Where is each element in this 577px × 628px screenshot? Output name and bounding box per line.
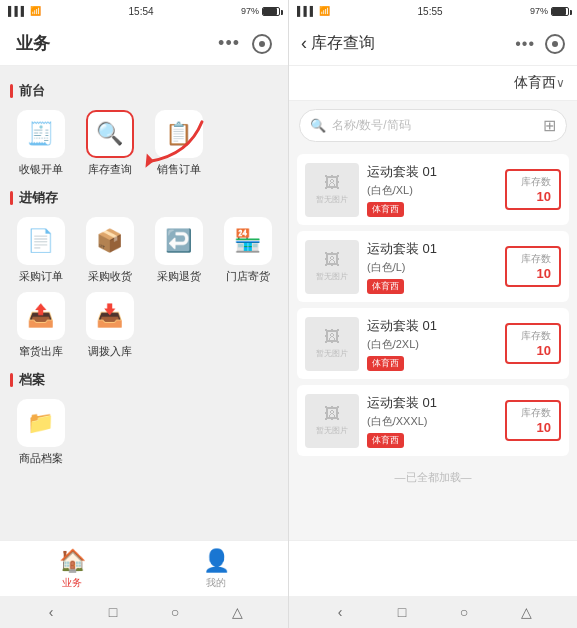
right-triangle-btn[interactable]: △ [516,602,536,622]
more-icon[interactable]: ••• [218,33,240,54]
nav-business[interactable]: 🏠 业务 [59,548,86,590]
store-goods-item[interactable]: 🏪 门店寄货 [217,217,278,284]
stock-label-1: 库存数 [515,252,551,266]
purchase-return-icon-box: ↩️ [155,217,203,265]
left-circle-btn[interactable]: ○ [165,602,185,622]
product-archive-label: 商品档案 [19,451,63,466]
product-info-0: 运动套装 01 (白色/XL) 体育西 [367,162,497,217]
section-dangan: 档案 [10,371,278,389]
product-item-0[interactable]: 🖼 暂无图片 运动套装 01 (白色/XL) 体育西 库存数 10 [297,154,569,225]
target-icon[interactable] [252,34,272,54]
section-bar-jinxiaocun [10,191,13,205]
cashier-icon-box: 🧾 [17,110,65,158]
purchase-receive-icon-box: 📦 [86,217,134,265]
sales-order-label: 销售订单 [157,162,201,177]
product-name-0: 运动套装 01 [367,164,437,179]
stock-label-3: 库存数 [515,406,551,420]
purchase-return-label: 采购退货 [157,269,201,284]
product-thumb-label-0: 暂无图片 [316,194,348,205]
section-title-qiantai: 前台 [19,82,45,100]
section-jinxiaocun: 进销存 [10,189,278,207]
target-icon-right[interactable] [545,34,565,54]
left-bottom-nav: 🏠 业务 👤 我的 [0,540,288,596]
wifi-left: 📶 [30,6,41,16]
purchase-order-item[interactable]: 📄 采购订单 [10,217,71,284]
product-item-3[interactable]: 🖼 暂无图片 运动套装 01 (白色/XXXL) 体育西 库存数 10 [297,385,569,456]
product-thumb-label-1: 暂无图片 [316,271,348,282]
stock-section-0: 库存数 10 [505,169,561,210]
cashier-item[interactable]: 🧾 收银开单 [10,110,71,177]
right-home-btn[interactable]: □ [392,602,412,622]
purchase-return-item[interactable]: ↩️ 采购退货 [148,217,209,284]
inventory-query-item[interactable]: 🔍 库存查询 [79,110,140,177]
sales-order-item[interactable]: 📋 销售订单 [148,110,209,177]
left-back-btn[interactable]: ‹ [41,602,61,622]
store-name: 体育西 [514,74,556,92]
purchase-order-icon: 📄 [27,228,54,254]
right-bottom-nav [289,540,577,596]
store-badge-3: 体育西 [367,433,404,448]
product-info-1: 运动套装 01 (白色/L) 体育西 [367,239,497,294]
scan-icon[interactable]: ⊞ [543,116,556,135]
product-info-3: 运动套装 01 (白色/XXXL) 体育西 [367,393,497,448]
left-home-btn[interactable]: □ [103,602,123,622]
store-badge-1: 体育西 [367,279,404,294]
store-goods-label: 门店寄货 [226,269,270,284]
product-variant-1: (白色/L) [367,260,497,275]
nav-mine[interactable]: 👤 我的 [203,548,230,590]
cashier-label: 收银开单 [19,162,63,177]
phone-nav-right: ‹ □ ○ △ [289,596,577,628]
left-triangle-btn[interactable]: △ [227,602,247,622]
out-warehouse-item[interactable]: 📤 窜货出库 [10,292,71,359]
purchase-receive-item[interactable]: 📦 采购收货 [79,217,140,284]
product-variant-3: (白色/XXXL) [367,414,497,429]
store-selector[interactable]: 体育西 ∨ [289,66,577,101]
out-warehouse-icon: 📤 [27,303,54,329]
right-header-actions: ••• [515,34,565,54]
stock-section-1: 库存数 10 [505,246,561,287]
signal-bars-left: ▌▌▌ [8,6,27,16]
store-badge-2: 体育西 [367,356,404,371]
stock-section-3: 库存数 10 [505,400,561,441]
left-header: 业务 ••• [0,22,288,66]
stock-count-1: 10 [515,266,551,281]
product-name-1: 运动套装 01 [367,241,437,256]
cashier-icon: 🧾 [27,121,54,147]
right-header-left: ‹ 库存查询 [301,33,375,54]
section-bar-dangan [10,373,13,387]
product-thumb-1: 🖼 暂无图片 [305,240,359,294]
search-input-wrap[interactable]: 🔍 名称/数号/简码 ⊞ [299,109,567,142]
inventory-query-icon: 🔍 [96,121,123,147]
section-bar-qiantai [10,84,13,98]
right-back-btn[interactable]: ‹ [330,602,350,622]
business-nav-label: 业务 [62,576,82,590]
qiantai-grid: 🧾 收银开单 🔍 库存查询 📋 销售订单 [10,110,278,177]
inventory-query-label: 库存查询 [88,162,132,177]
stock-count-3: 10 [515,420,551,435]
product-item-1[interactable]: 🖼 暂无图片 运动套装 01 (白色/L) 体育西 库存数 10 [297,231,569,302]
store-badge-0: 体育西 [367,202,404,217]
product-thumb-icon-1: 🖼 [324,251,340,269]
product-thumb-icon-0: 🖼 [324,174,340,192]
product-thumb-2: 🖼 暂无图片 [305,317,359,371]
product-archive-item[interactable]: 📁 商品档案 [10,399,71,466]
back-button[interactable]: ‹ [301,33,307,54]
purchase-order-icon-box: 📄 [17,217,65,265]
end-text: —已全都加载— [297,462,569,493]
product-name-3: 运动套装 01 [367,395,437,410]
more-icon-right[interactable]: ••• [515,35,535,53]
section-title-dangan: 档案 [19,371,45,389]
adjust-warehouse-item[interactable]: 📥 调拨入库 [79,292,140,359]
right-header: ‹ 库存查询 ••• [289,22,577,66]
right-circle-btn[interactable]: ○ [454,602,474,622]
section-qiantai: 前台 [10,82,278,100]
product-thumb-label-2: 暂无图片 [316,348,348,359]
product-item-2[interactable]: 🖼 暂无图片 运动套装 01 (白色/2XL) 体育西 库存数 10 [297,308,569,379]
battery-icon-left [262,7,280,16]
battery-fill-left [263,8,277,15]
purchase-receive-icon: 📦 [96,228,123,254]
left-panel: ▌▌▌ 📶 15:54 97% 业务 ••• 前台 🧾 [0,0,288,628]
store-goods-icon: 🏪 [234,228,261,254]
section-title-jinxiaocun: 进销存 [19,189,58,207]
product-thumb-label-3: 暂无图片 [316,425,348,436]
